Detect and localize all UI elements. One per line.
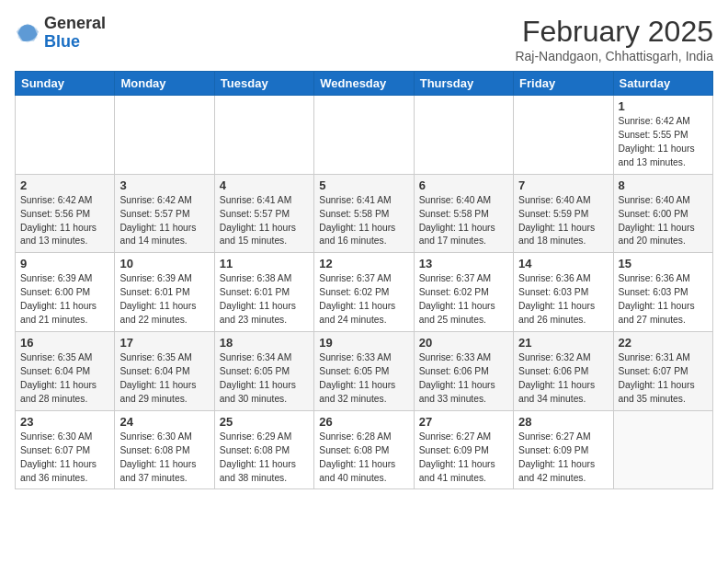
day-number: 2 [20, 178, 109, 192]
day-cell: 22Sunrise: 6:31 AM Sunset: 6:07 PM Dayli… [613, 332, 712, 411]
week-row-2: 2Sunrise: 6:42 AM Sunset: 5:56 PM Daylig… [16, 174, 713, 253]
weekday-header-wednesday: Wednesday [314, 72, 414, 96]
day-number: 15 [619, 257, 708, 270]
day-number: 5 [319, 178, 408, 192]
logo-text: General Blue [44, 15, 106, 52]
day-number: 28 [518, 415, 608, 429]
day-number: 20 [419, 336, 508, 350]
day-number: 14 [518, 257, 608, 270]
week-row-1: 1Sunrise: 6:42 AM Sunset: 5:55 PM Daylig… [16, 96, 713, 175]
day-cell [214, 96, 313, 175]
day-info: Sunrise: 6:28 AM Sunset: 6:08 PM Dayligh… [319, 431, 408, 486]
day-info: Sunrise: 6:36 AM Sunset: 6:03 PM Dayligh… [619, 272, 708, 327]
location: Raj-Nandgaon, Chhattisgarh, India [515, 49, 713, 63]
day-number: 11 [220, 257, 309, 270]
weekday-header-row: SundayMondayTuesdayWednesdayThursdayFrid… [16, 72, 713, 96]
day-cell: 3Sunrise: 6:42 AM Sunset: 5:57 PM Daylig… [115, 174, 214, 253]
month-title: February 2025 [515, 15, 713, 49]
day-info: Sunrise: 6:35 AM Sunset: 6:04 PM Dayligh… [119, 351, 209, 407]
day-number: 13 [419, 257, 508, 270]
day-info: Sunrise: 6:30 AM Sunset: 6:07 PM Dayligh… [20, 431, 109, 486]
day-number: 3 [119, 178, 209, 192]
page-header: General Blue February 2025 Raj-Nandgaon,… [15, 15, 713, 63]
day-info: Sunrise: 6:40 AM Sunset: 6:00 PM Dayligh… [619, 194, 708, 249]
day-cell: 6Sunrise: 6:40 AM Sunset: 5:58 PM Daylig… [414, 174, 513, 253]
day-info: Sunrise: 6:37 AM Sunset: 6:02 PM Dayligh… [419, 272, 508, 327]
day-cell: 8Sunrise: 6:40 AM Sunset: 6:00 PM Daylig… [613, 174, 712, 253]
day-info: Sunrise: 6:38 AM Sunset: 6:01 PM Dayligh… [220, 272, 309, 327]
weekday-header-friday: Friday [514, 72, 613, 96]
day-cell: 1Sunrise: 6:42 AM Sunset: 5:55 PM Daylig… [613, 96, 712, 175]
day-number: 1 [619, 99, 708, 113]
day-cell: 20Sunrise: 6:33 AM Sunset: 6:06 PM Dayli… [414, 332, 513, 411]
day-number: 6 [419, 178, 508, 192]
day-number: 21 [518, 336, 608, 350]
day-cell: 18Sunrise: 6:34 AM Sunset: 6:05 PM Dayli… [214, 332, 313, 411]
title-block: February 2025 Raj-Nandgaon, Chhattisgarh… [515, 15, 713, 63]
day-cell: 24Sunrise: 6:30 AM Sunset: 6:08 PM Dayli… [115, 410, 214, 489]
day-info: Sunrise: 6:42 AM Sunset: 5:57 PM Dayligh… [119, 194, 209, 249]
day-number: 25 [220, 415, 309, 429]
day-number: 8 [619, 178, 708, 192]
day-cell: 27Sunrise: 6:27 AM Sunset: 6:09 PM Dayli… [414, 410, 513, 489]
day-info: Sunrise: 6:31 AM Sunset: 6:07 PM Dayligh… [619, 351, 708, 407]
day-info: Sunrise: 6:33 AM Sunset: 6:06 PM Dayligh… [419, 351, 508, 407]
day-cell [414, 96, 513, 175]
day-info: Sunrise: 6:32 AM Sunset: 6:06 PM Dayligh… [518, 351, 608, 407]
day-cell: 28Sunrise: 6:27 AM Sunset: 6:09 PM Dayli… [514, 410, 613, 489]
week-row-5: 23Sunrise: 6:30 AM Sunset: 6:07 PM Dayli… [16, 410, 713, 489]
logo-icon [15, 20, 40, 46]
calendar-table: SundayMondayTuesdayWednesdayThursdayFrid… [15, 71, 713, 489]
day-cell: 7Sunrise: 6:40 AM Sunset: 5:59 PM Daylig… [514, 174, 613, 253]
day-info: Sunrise: 6:34 AM Sunset: 6:05 PM Dayligh… [220, 351, 309, 407]
day-number: 17 [119, 336, 209, 350]
day-info: Sunrise: 6:40 AM Sunset: 5:59 PM Dayligh… [518, 194, 608, 249]
day-number: 26 [319, 415, 408, 429]
day-cell: 19Sunrise: 6:33 AM Sunset: 6:05 PM Dayli… [314, 332, 414, 411]
day-info: Sunrise: 6:29 AM Sunset: 6:08 PM Dayligh… [220, 431, 309, 486]
day-number: 19 [319, 336, 408, 350]
week-row-4: 16Sunrise: 6:35 AM Sunset: 6:04 PM Dayli… [16, 332, 713, 411]
day-cell: 11Sunrise: 6:38 AM Sunset: 6:01 PM Dayli… [214, 253, 313, 332]
day-cell: 10Sunrise: 6:39 AM Sunset: 6:01 PM Dayli… [115, 253, 214, 332]
day-number: 16 [20, 336, 109, 350]
day-number: 10 [119, 257, 209, 270]
weekday-header-monday: Monday [115, 72, 214, 96]
day-info: Sunrise: 6:35 AM Sunset: 6:04 PM Dayligh… [20, 351, 109, 407]
day-cell: 12Sunrise: 6:37 AM Sunset: 6:02 PM Dayli… [314, 253, 414, 332]
day-info: Sunrise: 6:40 AM Sunset: 5:58 PM Dayligh… [419, 194, 508, 249]
day-info: Sunrise: 6:33 AM Sunset: 6:05 PM Dayligh… [319, 351, 408, 407]
day-cell [314, 96, 414, 175]
weekday-header-thursday: Thursday [414, 72, 513, 96]
day-number: 22 [619, 336, 708, 350]
day-number: 18 [220, 336, 309, 350]
day-info: Sunrise: 6:27 AM Sunset: 6:09 PM Dayligh… [518, 431, 608, 486]
day-number: 23 [20, 415, 109, 429]
day-cell [115, 96, 214, 175]
day-info: Sunrise: 6:41 AM Sunset: 5:58 PM Dayligh… [319, 194, 408, 249]
weekday-header-saturday: Saturday [613, 72, 712, 96]
day-info: Sunrise: 6:37 AM Sunset: 6:02 PM Dayligh… [319, 272, 408, 327]
day-cell: 9Sunrise: 6:39 AM Sunset: 6:00 PM Daylig… [16, 253, 115, 332]
week-row-3: 9Sunrise: 6:39 AM Sunset: 6:00 PM Daylig… [16, 253, 713, 332]
day-info: Sunrise: 6:41 AM Sunset: 5:57 PM Dayligh… [220, 194, 309, 249]
day-cell: 4Sunrise: 6:41 AM Sunset: 5:57 PM Daylig… [214, 174, 313, 253]
day-info: Sunrise: 6:42 AM Sunset: 5:56 PM Dayligh… [20, 194, 109, 249]
day-cell: 2Sunrise: 6:42 AM Sunset: 5:56 PM Daylig… [16, 174, 115, 253]
day-cell: 21Sunrise: 6:32 AM Sunset: 6:06 PM Dayli… [514, 332, 613, 411]
day-number: 27 [419, 415, 508, 429]
logo: General Blue [15, 15, 106, 52]
day-cell: 23Sunrise: 6:30 AM Sunset: 6:07 PM Dayli… [16, 410, 115, 489]
day-cell: 5Sunrise: 6:41 AM Sunset: 5:58 PM Daylig… [314, 174, 414, 253]
day-cell [16, 96, 115, 175]
day-cell [613, 410, 712, 489]
day-cell: 13Sunrise: 6:37 AM Sunset: 6:02 PM Dayli… [414, 253, 513, 332]
day-number: 24 [119, 415, 209, 429]
day-info: Sunrise: 6:39 AM Sunset: 6:00 PM Dayligh… [20, 272, 109, 327]
day-number: 12 [319, 257, 408, 270]
day-number: 4 [220, 178, 309, 192]
day-cell: 14Sunrise: 6:36 AM Sunset: 6:03 PM Dayli… [514, 253, 613, 332]
day-cell [514, 96, 613, 175]
day-info: Sunrise: 6:36 AM Sunset: 6:03 PM Dayligh… [518, 272, 608, 327]
day-info: Sunrise: 6:42 AM Sunset: 5:55 PM Dayligh… [619, 115, 708, 170]
